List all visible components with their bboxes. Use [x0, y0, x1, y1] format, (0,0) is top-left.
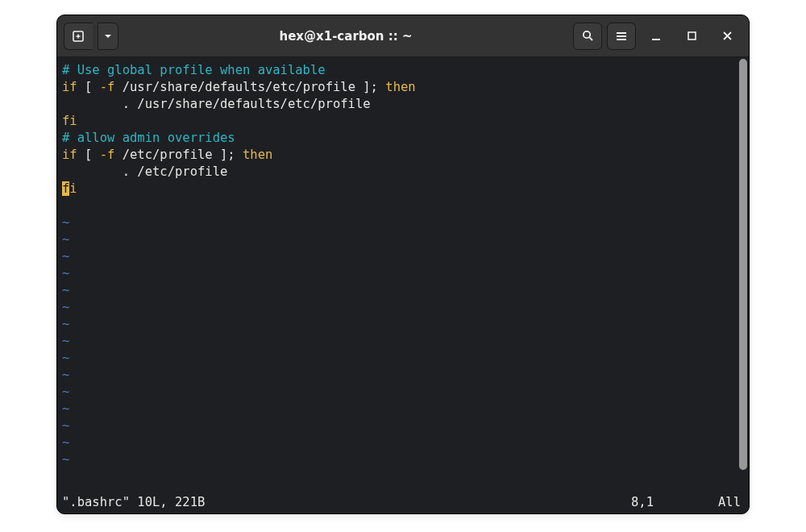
code-segment: if	[62, 148, 85, 162]
editor-line: . /usr/share/defaults/etc/profile	[62, 96, 739, 113]
code-segment: /etc/profile ];	[114, 148, 243, 162]
empty-line-marker: ~	[62, 350, 739, 367]
empty-line-marker: ~	[62, 367, 739, 384]
code-segment: then	[243, 148, 272, 162]
vim-status-bar: ".bashrc" 10L, 221B 8,1 All	[57, 494, 749, 513]
cursor: f	[62, 181, 69, 196]
empty-line-marker: ~	[62, 248, 739, 265]
minimize-icon	[650, 31, 662, 42]
code-segment: if	[62, 80, 85, 94]
code-segment: /usr/share/defaults/etc/profile ];	[114, 80, 385, 94]
close-icon	[722, 31, 733, 41]
empty-line-marker: ~	[62, 299, 739, 316]
empty-line-marker: ~	[62, 418, 739, 434]
code-segment: i	[69, 181, 77, 196]
code-segment: [	[85, 80, 100, 94]
empty-line-marker: ~	[62, 282, 739, 299]
maximize-button[interactable]	[676, 23, 707, 50]
code-segment: then	[385, 80, 415, 94]
search-button[interactable]	[573, 23, 602, 50]
empty-line-marker: ~	[62, 401, 739, 418]
new-tab-icon	[72, 29, 86, 44]
svg-line-4	[589, 37, 592, 40]
status-cursor-position: 8,1	[631, 495, 654, 509]
terminal-viewport[interactable]: # Use global profile when availableif [ …	[57, 57, 739, 494]
empty-line-marker: ~	[62, 265, 739, 282]
code-segment: . /etc/profile	[62, 164, 227, 179]
editor-line: fi	[62, 113, 739, 130]
terminal-window: hex@x1-carbon :: ~	[56, 15, 750, 514]
editor-line: if [ -f /usr/share/defaults/etc/profile …	[62, 79, 739, 96]
empty-line-marker: ~	[62, 214, 739, 231]
terminal-body[interactable]: # Use global profile when availableif [ …	[57, 57, 749, 494]
editor-line: . /etc/profile	[62, 164, 739, 181]
empty-line-marker: ~	[62, 451, 739, 468]
menu-button[interactable]	[607, 23, 636, 50]
scrollbar[interactable]	[739, 59, 747, 470]
minimize-button[interactable]	[641, 23, 671, 50]
code-segment: . /usr/share/defaults/etc/profile	[62, 97, 371, 111]
svg-rect-9	[688, 32, 696, 39]
close-button[interactable]	[712, 23, 742, 50]
empty-line-marker: ~	[62, 434, 739, 451]
window-title: hex@x1-carbon :: ~	[280, 29, 413, 44]
editor-line: if [ -f /etc/profile ]; then	[62, 147, 739, 164]
maximize-icon	[687, 31, 697, 41]
editor-line: # allow admin overrides	[62, 130, 739, 147]
empty-line-marker: ~	[62, 384, 739, 401]
status-scroll: All	[718, 495, 741, 509]
search-icon	[581, 29, 595, 43]
chevron-down-icon	[103, 31, 113, 41]
code-segment: # Use global profile when available	[62, 63, 326, 77]
empty-line-marker: ~	[62, 333, 739, 350]
code-segment: fi	[62, 114, 77, 128]
titlebar: hex@x1-carbon :: ~	[57, 15, 749, 57]
code-segment: [	[85, 148, 100, 162]
svg-point-3	[583, 31, 589, 38]
empty-line-marker: ~	[62, 316, 739, 333]
status-file-info: ".bashrc" 10L, 221B	[62, 495, 205, 509]
editor-line: fi	[62, 181, 739, 197]
code-segment: -f	[100, 148, 115, 162]
empty-line-marker: ~	[62, 231, 739, 248]
new-tab-button[interactable]	[64, 23, 93, 50]
code-segment: -f	[100, 80, 115, 94]
editor-line: # Use global profile when available	[62, 62, 739, 79]
hamburger-icon	[615, 30, 628, 43]
new-tab-menu-button[interactable]	[98, 23, 118, 50]
code-segment: # allow admin overrides	[62, 131, 235, 145]
